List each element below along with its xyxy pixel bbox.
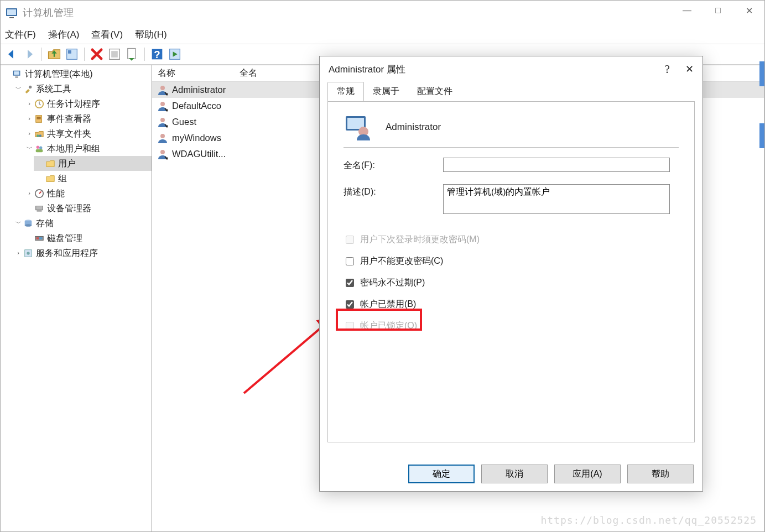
svg-rect-13: [15, 76, 18, 77]
minimize-button[interactable]: —: [672, 1, 702, 20]
expander-open-icon[interactable]: ﹀: [14, 216, 23, 231]
svg-point-39: [160, 150, 165, 154]
expander-closed-icon[interactable]: ›: [25, 126, 34, 141]
close-button[interactable]: ✕: [733, 1, 764, 20]
folder-icon: [45, 158, 56, 169]
checkbox-account-disabled[interactable]: [346, 300, 354, 309]
ok-button[interactable]: 确定: [408, 465, 475, 483]
svg-point-21: [37, 145, 39, 148]
label-account-locked: 帐户已锁定(O): [360, 320, 417, 332]
menu-view[interactable]: 查看(V): [91, 28, 123, 41]
row-account-locked: 帐户已锁定(O): [344, 320, 682, 332]
tree-label: 共享文件夹: [47, 126, 91, 141]
input-fullname[interactable]: [443, 158, 670, 172]
dialog-title-bar[interactable]: Administrator 属性 ? ✕: [320, 56, 702, 82]
checkbox-cannot-change[interactable]: [346, 257, 354, 265]
expander-closed-icon[interactable]: ›: [25, 96, 34, 111]
row-password-never-expires[interactable]: 密码永不过期(P): [344, 277, 682, 289]
clock-icon: [34, 98, 45, 109]
maximize-button[interactable]: □: [702, 1, 733, 20]
help-dialog-button[interactable]: 帮助: [627, 465, 694, 483]
expander-open-icon[interactable]: ﹀: [14, 81, 23, 96]
background-accent: [759, 61, 764, 86]
svg-rect-31: [37, 237, 39, 239]
svg-point-20: [39, 134, 42, 137]
dialog-title: Administrator 属性: [329, 63, 405, 76]
svg-point-22: [39, 146, 42, 149]
tree-task-scheduler[interactable]: › 任务计划程序: [23, 96, 152, 111]
user-icon: [157, 148, 169, 160]
users-icon: [34, 143, 45, 154]
services-icon: [23, 248, 34, 259]
user-icon: [157, 132, 169, 144]
tree-services-apps[interactable]: › 服务和应用程序: [12, 246, 152, 260]
row-cannot-change-password[interactable]: 用户不能更改密码(C): [344, 255, 682, 267]
event-icon: [34, 113, 45, 124]
svg-point-36: [160, 102, 165, 106]
input-description[interactable]: [443, 184, 670, 214]
nav-back-button[interactable]: [4, 46, 19, 62]
svg-rect-6: [111, 51, 118, 58]
column-name[interactable]: 名称: [152, 67, 234, 79]
tree-groups[interactable]: 组: [34, 171, 152, 186]
nav-forward-button[interactable]: [22, 46, 37, 62]
tree-root[interactable]: 计算机管理(本地): [1, 66, 152, 81]
svg-point-34: [27, 252, 29, 254]
properties-button[interactable]: [64, 46, 80, 62]
menu-help[interactable]: 帮助(H): [135, 28, 167, 41]
main-title-bar: 计算机管理: [1, 1, 764, 25]
expander-closed-icon[interactable]: ›: [14, 246, 23, 260]
svg-point-38: [160, 134, 165, 138]
tree-label: 磁盘管理: [47, 231, 82, 246]
menu-action[interactable]: 操作(A): [48, 28, 80, 41]
column-fullname[interactable]: 全名: [234, 67, 263, 79]
up-folder-button[interactable]: [46, 46, 62, 62]
properties-dialog: Administrator 属性 ? ✕ 常规 隶属于 配置文件 Adminis…: [319, 56, 703, 492]
svg-rect-7: [128, 49, 136, 59]
tree-label: 本地用户和组: [47, 141, 100, 156]
tab-memberof[interactable]: 隶属于: [364, 82, 408, 101]
tree-performance[interactable]: › 性能: [23, 186, 152, 201]
checkbox-never-expire[interactable]: [346, 279, 354, 287]
tree-local-users-groups[interactable]: ﹀ 本地用户和组: [23, 141, 152, 156]
menu-file[interactable]: 文件(F): [5, 28, 36, 41]
action-button[interactable]: [167, 46, 183, 62]
svg-rect-25: [36, 206, 43, 210]
item-name: Administrator: [172, 85, 226, 95]
help-button[interactable]: ?: [149, 46, 165, 62]
apply-button[interactable]: 应用(A): [554, 465, 621, 483]
tree-shared-folders[interactable]: › 共享文件夹: [23, 126, 152, 141]
watermark: https://blog.csdn.net/qq_20552525: [540, 514, 757, 526]
dialog-close-button[interactable]: ✕: [685, 63, 694, 75]
label-must-change: 用户下次登录时须更改密码(M): [360, 234, 480, 246]
tree-disk-management[interactable]: 磁盘管理: [23, 231, 152, 246]
label-cannot-change: 用户不能更改密码(C): [360, 255, 443, 267]
tree-users[interactable]: 用户: [34, 156, 152, 171]
dialog-help-button[interactable]: ?: [665, 63, 670, 76]
svg-text:?: ?: [154, 49, 160, 60]
delete-button[interactable]: [89, 46, 105, 62]
label-never-expire: 密码永不过期(P): [360, 277, 425, 289]
tab-profile[interactable]: 配置文件: [408, 82, 461, 101]
expander-closed-icon[interactable]: ›: [25, 186, 34, 201]
refresh-button[interactable]: [124, 46, 140, 62]
expander-closed-icon[interactable]: ›: [25, 111, 34, 126]
tree-storage[interactable]: ﹀ 存储: [12, 216, 152, 231]
toolbar-separator: [84, 48, 85, 61]
item-name: myWindows: [172, 133, 221, 143]
svg-rect-4: [68, 50, 71, 54]
export-button[interactable]: [107, 46, 122, 62]
tree-device-manager[interactable]: 设备管理器: [23, 201, 152, 216]
tab-general[interactable]: 常规: [327, 82, 364, 101]
dialog-tabs: 常规 隶属于 配置文件: [327, 82, 695, 102]
row-account-disabled[interactable]: 帐户已禁用(B): [344, 299, 682, 310]
user-icon: [157, 84, 169, 96]
tree-system-tools[interactable]: ﹀ 系统工具: [12, 81, 152, 96]
expander-open-icon[interactable]: ﹀: [25, 141, 34, 156]
tree-event-viewer[interactable]: › 事件查看器: [23, 111, 152, 126]
tree-label: 存储: [36, 216, 54, 231]
cancel-button[interactable]: 取消: [481, 465, 548, 483]
row-fullname: 全名(F):: [344, 158, 682, 172]
svg-rect-17: [37, 117, 41, 117]
user-icon: [157, 116, 169, 128]
